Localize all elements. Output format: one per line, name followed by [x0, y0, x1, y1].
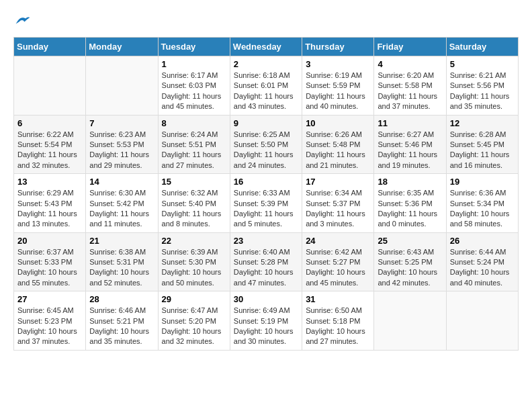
day-info: Sunrise: 6:35 AMSunset: 5:36 PMDaylight:… [378, 188, 442, 230]
day-info: Sunrise: 6:34 AMSunset: 5:37 PMDaylight:… [306, 188, 370, 230]
day-number: 10 [306, 118, 370, 128]
weekday-header-friday: Friday [374, 38, 446, 56]
day-info: Sunrise: 6:20 AMSunset: 5:58 PMDaylight:… [378, 71, 442, 112]
calendar-week-row: 13Sunrise: 6:29 AMSunset: 5:43 PMDayligh… [14, 174, 519, 233]
day-info: Sunrise: 6:22 AMSunset: 5:54 PMDaylight:… [17, 130, 82, 171]
day-number: 30 [234, 294, 298, 304]
day-info: Sunrise: 6:32 AMSunset: 5:40 PMDaylight:… [162, 188, 226, 230]
calendar-week-row: 20Sunrise: 6:37 AMSunset: 5:33 PMDayligh… [14, 232, 519, 291]
day-number: 11 [378, 118, 442, 128]
day-info: Sunrise: 6:36 AMSunset: 5:34 PMDaylight:… [450, 188, 515, 230]
day-info: Sunrise: 6:26 AMSunset: 5:48 PMDaylight:… [306, 130, 370, 171]
day-number: 26 [450, 236, 515, 246]
day-info: Sunrise: 6:21 AMSunset: 5:56 PMDaylight:… [450, 71, 515, 112]
day-number: 31 [306, 294, 370, 304]
day-number: 9 [234, 118, 298, 128]
calendar-cell [14, 56, 86, 116]
calendar-cell: 26Sunrise: 6:44 AMSunset: 5:24 PMDayligh… [446, 232, 518, 291]
day-number: 1 [162, 59, 226, 69]
day-info: Sunrise: 6:17 AMSunset: 6:03 PMDaylight:… [162, 71, 226, 112]
day-number: 21 [89, 236, 154, 246]
day-info: Sunrise: 6:46 AMSunset: 5:21 PMDaylight:… [89, 306, 154, 347]
day-number: 15 [162, 177, 226, 187]
calendar-cell [446, 291, 518, 351]
calendar-week-row: 6Sunrise: 6:22 AMSunset: 5:54 PMDaylight… [14, 115, 519, 174]
calendar-cell: 6Sunrise: 6:22 AMSunset: 5:54 PMDaylight… [14, 115, 86, 174]
day-number: 22 [162, 236, 226, 246]
day-info: Sunrise: 6:29 AMSunset: 5:43 PMDaylight:… [17, 188, 82, 230]
weekday-header-monday: Monday [86, 38, 158, 56]
calendar-cell: 2Sunrise: 6:18 AMSunset: 6:01 PMDaylight… [230, 56, 302, 116]
day-number: 28 [89, 294, 154, 304]
day-info: Sunrise: 6:40 AMSunset: 5:28 PMDaylight:… [234, 247, 298, 289]
day-info: Sunrise: 6:23 AMSunset: 5:53 PMDaylight:… [89, 130, 154, 171]
calendar-cell: 5Sunrise: 6:21 AMSunset: 5:56 PMDaylight… [446, 56, 518, 116]
day-info: Sunrise: 6:42 AMSunset: 5:27 PMDaylight:… [306, 247, 370, 289]
day-info: Sunrise: 6:27 AMSunset: 5:46 PMDaylight:… [378, 130, 442, 171]
calendar-cell: 18Sunrise: 6:35 AMSunset: 5:36 PMDayligh… [374, 174, 446, 233]
day-info: Sunrise: 6:39 AMSunset: 5:30 PMDaylight:… [162, 247, 226, 289]
day-number: 13 [17, 177, 82, 187]
calendar-cell: 20Sunrise: 6:37 AMSunset: 5:33 PMDayligh… [14, 232, 86, 291]
day-number: 20 [17, 236, 82, 246]
day-info: Sunrise: 6:28 AMSunset: 5:45 PMDaylight:… [450, 130, 515, 171]
calendar-cell: 11Sunrise: 6:27 AMSunset: 5:46 PMDayligh… [374, 115, 446, 174]
calendar-cell: 15Sunrise: 6:32 AMSunset: 5:40 PMDayligh… [158, 174, 230, 233]
calendar-cell: 7Sunrise: 6:23 AMSunset: 5:53 PMDaylight… [86, 115, 158, 174]
day-number: 18 [378, 177, 442, 187]
calendar-cell: 8Sunrise: 6:24 AMSunset: 5:51 PMDaylight… [158, 115, 230, 174]
calendar-table: SundayMondayTuesdayWednesdayThursdayFrid… [13, 37, 519, 351]
weekday-header-thursday: Thursday [302, 38, 374, 56]
day-number: 19 [450, 177, 515, 187]
day-info: Sunrise: 6:25 AMSunset: 5:50 PMDaylight:… [234, 130, 298, 171]
calendar-cell: 12Sunrise: 6:28 AMSunset: 5:45 PMDayligh… [446, 115, 518, 174]
day-info: Sunrise: 6:43 AMSunset: 5:25 PMDaylight:… [378, 247, 442, 289]
day-number: 2 [234, 59, 298, 69]
calendar-cell: 29Sunrise: 6:47 AMSunset: 5:20 PMDayligh… [158, 291, 230, 351]
calendar-cell: 9Sunrise: 6:25 AMSunset: 5:50 PMDaylight… [230, 115, 302, 174]
calendar-cell: 23Sunrise: 6:40 AMSunset: 5:28 PMDayligh… [230, 232, 302, 291]
calendar-cell: 19Sunrise: 6:36 AMSunset: 5:34 PMDayligh… [446, 174, 518, 233]
calendar-week-row: 1Sunrise: 6:17 AMSunset: 6:03 PMDaylight… [14, 56, 519, 116]
day-info: Sunrise: 6:24 AMSunset: 5:51 PMDaylight:… [162, 130, 226, 171]
day-info: Sunrise: 6:50 AMSunset: 5:18 PMDaylight:… [306, 306, 370, 347]
calendar-cell: 16Sunrise: 6:33 AMSunset: 5:39 PMDayligh… [230, 174, 302, 233]
day-number: 23 [234, 236, 298, 246]
day-number: 8 [162, 118, 226, 128]
day-number: 27 [17, 294, 82, 304]
calendar-cell: 14Sunrise: 6:30 AMSunset: 5:42 PMDayligh… [86, 174, 158, 233]
weekday-header-row: SundayMondayTuesdayWednesdayThursdayFrid… [14, 38, 519, 56]
day-info: Sunrise: 6:33 AMSunset: 5:39 PMDaylight:… [234, 188, 298, 230]
day-number: 7 [89, 118, 154, 128]
day-info: Sunrise: 6:19 AMSunset: 5:59 PMDaylight:… [306, 71, 370, 112]
calendar-week-row: 27Sunrise: 6:45 AMSunset: 5:23 PMDayligh… [14, 291, 519, 351]
day-info: Sunrise: 6:38 AMSunset: 5:31 PMDaylight:… [89, 247, 154, 289]
calendar-cell: 28Sunrise: 6:46 AMSunset: 5:21 PMDayligh… [86, 291, 158, 351]
logo-bird-icon [15, 13, 31, 27]
day-number: 17 [306, 177, 370, 187]
calendar-cell: 24Sunrise: 6:42 AMSunset: 5:27 PMDayligh… [302, 232, 374, 291]
day-number: 3 [306, 59, 370, 69]
calendar-cell: 1Sunrise: 6:17 AMSunset: 6:03 PMDaylight… [158, 56, 230, 116]
weekday-header-tuesday: Tuesday [158, 38, 230, 56]
day-number: 4 [378, 59, 442, 69]
calendar-cell: 21Sunrise: 6:38 AMSunset: 5:31 PMDayligh… [86, 232, 158, 291]
calendar-cell: 13Sunrise: 6:29 AMSunset: 5:43 PMDayligh… [14, 174, 86, 233]
day-info: Sunrise: 6:37 AMSunset: 5:33 PMDaylight:… [17, 247, 82, 289]
calendar-cell: 10Sunrise: 6:26 AMSunset: 5:48 PMDayligh… [302, 115, 374, 174]
calendar-cell: 27Sunrise: 6:45 AMSunset: 5:23 PMDayligh… [14, 291, 86, 351]
weekday-header-saturday: Saturday [446, 38, 518, 56]
logo-text [13, 13, 31, 30]
calendar-cell [86, 56, 158, 116]
calendar-cell: 30Sunrise: 6:49 AMSunset: 5:19 PMDayligh… [230, 291, 302, 351]
day-number: 12 [450, 118, 515, 128]
page-header [13, 13, 519, 30]
day-info: Sunrise: 6:49 AMSunset: 5:19 PMDaylight:… [234, 306, 298, 347]
day-number: 16 [234, 177, 298, 187]
calendar-cell: 3Sunrise: 6:19 AMSunset: 5:59 PMDaylight… [302, 56, 374, 116]
logo [13, 13, 31, 30]
weekday-header-wednesday: Wednesday [230, 38, 302, 56]
day-info: Sunrise: 6:30 AMSunset: 5:42 PMDaylight:… [89, 188, 154, 230]
day-info: Sunrise: 6:47 AMSunset: 5:20 PMDaylight:… [162, 306, 226, 347]
calendar-cell [374, 291, 446, 351]
